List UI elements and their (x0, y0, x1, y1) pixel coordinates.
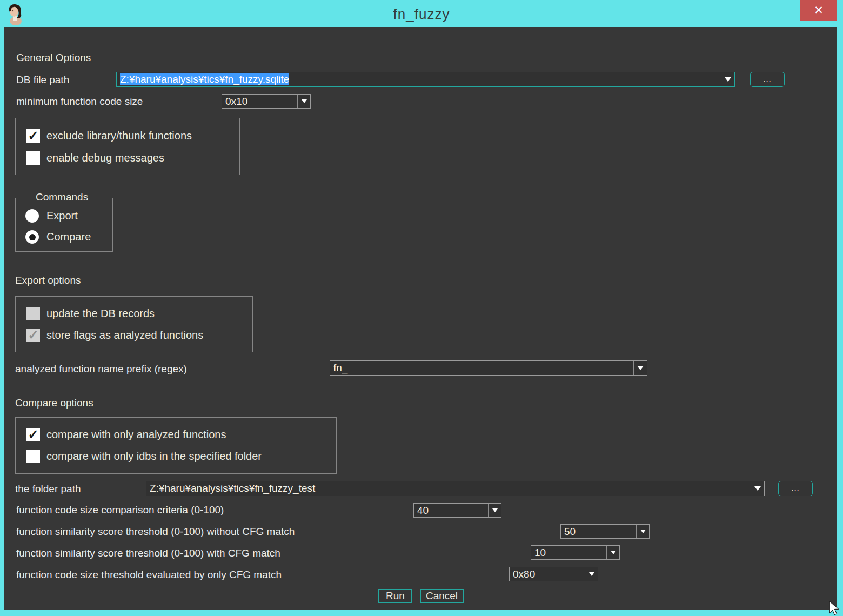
dropdown-arrow-icon[interactable] (721, 72, 734, 86)
dropdown-arrow-icon[interactable] (297, 95, 310, 108)
compare-options-heading: Compare options (15, 397, 93, 409)
checkbox-row[interactable]: compare with only analyzed functions (26, 428, 324, 442)
sim-without-cfg-value[interactable]: 50 (564, 525, 634, 539)
checkbox-row[interactable]: exclude library/thunk functions (26, 129, 232, 143)
mouse-cursor (828, 601, 843, 616)
general-options-heading: General Options (16, 52, 91, 64)
radio-row[interactable]: Compare (25, 230, 106, 244)
dropdown-arrow-icon[interactable] (636, 525, 649, 538)
commands-legend: Commands (32, 191, 92, 203)
folder-path-combo[interactable]: Z:¥haru¥analysis¥tics¥fn_fuzzy_test (146, 481, 765, 496)
checkbox-label: store flags as analyzed functions (46, 329, 203, 342)
radio-label: Compare (46, 231, 91, 243)
prefix-combo[interactable]: fn_ (330, 360, 647, 376)
sim-with-cfg-value[interactable]: 10 (534, 546, 604, 560)
checkbox-label: exclude library/thunk functions (46, 130, 192, 142)
enable-debug-checkbox[interactable] (26, 151, 40, 165)
size-cfg-only-label: function code size threshold evaluated b… (16, 569, 282, 581)
close-button[interactable]: ✕ (800, 0, 837, 21)
db-file-path-combo[interactable]: Z:¥haru¥analysis¥tics¥fn_fuzzy.sqlite (116, 72, 735, 87)
dialog-body: General Options DB file path Z:¥haru¥ana… (4, 27, 837, 610)
prefix-value[interactable]: fn_ (333, 361, 632, 375)
folder-path-label: the folder path (15, 483, 81, 495)
checkbox-label: enable debug messages (46, 152, 164, 164)
prefix-label: analyzed function name prefix (regex) (15, 363, 187, 375)
dropdown-arrow-icon[interactable] (606, 546, 619, 559)
export-options-heading: Export options (15, 274, 81, 286)
export-radio[interactable] (25, 209, 39, 223)
sim-without-cfg-dropdown[interactable]: 50 (560, 524, 650, 539)
compare-checkbox-group: compare with only analyzed functions com… (15, 417, 337, 474)
checkbox-label: update the DB records (46, 307, 155, 320)
exclude-library-checkbox[interactable] (26, 129, 40, 143)
criteria-dropdown[interactable]: 40 (413, 503, 501, 518)
dropdown-arrow-icon[interactable] (751, 481, 764, 496)
update-db-checkbox[interactable] (26, 307, 40, 320)
sim-with-cfg-label: function similarity score threshold (0-1… (16, 547, 280, 559)
title-bar: fn_fuzzy ✕ (0, 0, 843, 27)
criteria-value[interactable]: 40 (417, 504, 486, 518)
checkbox-row[interactable]: update the DB records (26, 307, 243, 321)
size-cfg-only-value[interactable]: 0x80 (513, 567, 583, 581)
min-func-size-value[interactable]: 0x10 (225, 95, 295, 109)
checkbox-label: compare with only analyzed functions (46, 428, 226, 441)
db-file-path-label: DB file path (16, 74, 69, 86)
radio-label: Export (46, 210, 78, 222)
export-checkbox-group: update the DB records store flags as ana… (15, 296, 253, 352)
db-file-browse-button[interactable]: ... (750, 72, 785, 87)
radio-row[interactable]: Export (25, 209, 106, 223)
min-func-size-dropdown[interactable]: 0x10 (222, 94, 311, 109)
dropdown-arrow-icon[interactable] (633, 361, 647, 375)
window-title: fn_fuzzy (0, 6, 843, 23)
store-flags-checkbox[interactable] (26, 329, 40, 342)
folder-path-value[interactable]: Z:¥haru¥analysis¥tics¥fn_fuzzy_test (150, 481, 749, 496)
commands-group: Commands Export Compare (15, 198, 113, 252)
size-cfg-only-dropdown[interactable]: 0x80 (509, 567, 598, 581)
general-checkbox-group: exclude library/thunk functions enable d… (15, 118, 240, 175)
run-button[interactable]: Run (378, 589, 412, 603)
checkbox-label: compare with only idbs in the specified … (46, 450, 262, 463)
cancel-button[interactable]: Cancel (420, 589, 464, 603)
sim-without-cfg-label: function similarity score threshold (0-1… (16, 526, 295, 538)
checkbox-row[interactable]: compare with only idbs in the specified … (26, 450, 324, 464)
compare-radio[interactable] (25, 230, 39, 244)
sim-with-cfg-dropdown[interactable]: 10 (531, 545, 620, 560)
compare-analyzed-checkbox[interactable] (26, 428, 40, 441)
dropdown-arrow-icon[interactable] (488, 504, 501, 517)
compare-idbs-checkbox[interactable] (26, 450, 40, 463)
db-file-path-value[interactable]: Z:¥haru¥analysis¥tics¥fn_fuzzy.sqlite (120, 72, 719, 86)
min-func-size-label: minimum function code size (16, 96, 143, 108)
checkbox-row[interactable]: enable debug messages (26, 151, 232, 165)
criteria-label: function code size comparison criteria (… (16, 504, 224, 516)
dropdown-arrow-icon[interactable] (585, 567, 598, 581)
checkbox-row[interactable]: store flags as analyzed functions (26, 329, 243, 343)
folder-browse-button[interactable]: ... (778, 481, 813, 496)
